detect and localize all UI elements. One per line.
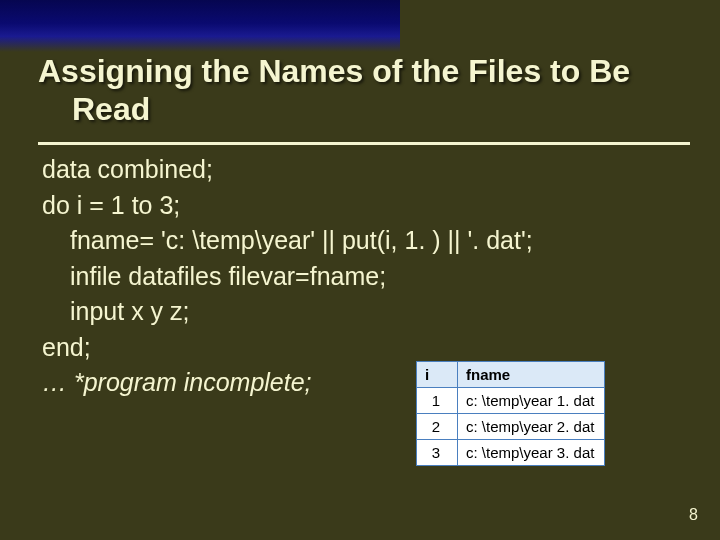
- table-header-row: i fname: [417, 362, 605, 388]
- table-row: 3 c: \temp\year 3. dat: [417, 440, 605, 466]
- table-cell-fname: c: \temp\year 3. dat: [458, 440, 605, 466]
- slide-title: Assigning the Names of the Files to Be R…: [38, 52, 690, 129]
- table-header-i: i: [417, 362, 458, 388]
- table-header-fname: fname: [458, 362, 605, 388]
- table-cell-i: 3: [417, 440, 458, 466]
- header-banner: [0, 0, 400, 52]
- code-line-6: end;: [42, 330, 690, 366]
- code-line-2: do i = 1 to 3;: [42, 188, 690, 224]
- table-cell-i: 1: [417, 388, 458, 414]
- code-line-4: infile datafiles filevar=fname;: [42, 259, 690, 295]
- code-line-3: fname= 'c: \temp\year' || put(i, 1. ) ||…: [42, 223, 690, 259]
- code-line-5: input x y z;: [42, 294, 690, 330]
- table-cell-fname: c: \temp\year 2. dat: [458, 414, 605, 440]
- table-row: 1 c: \temp\year 1. dat: [417, 388, 605, 414]
- slide: Assigning the Names of the Files to Be R…: [0, 0, 720, 540]
- code-line-1: data combined;: [42, 152, 690, 188]
- table-cell-i: 2: [417, 414, 458, 440]
- title-underline: [38, 142, 690, 145]
- title-line-1: Assigning the Names of the Files to Be: [38, 53, 630, 89]
- table-cell-fname: c: \temp\year 1. dat: [458, 388, 605, 414]
- filename-table: i fname 1 c: \temp\year 1. dat 2 c: \tem…: [416, 361, 605, 466]
- table-row: 2 c: \temp\year 2. dat: [417, 414, 605, 440]
- page-number: 8: [689, 506, 698, 524]
- title-line-2: Read: [38, 90, 690, 128]
